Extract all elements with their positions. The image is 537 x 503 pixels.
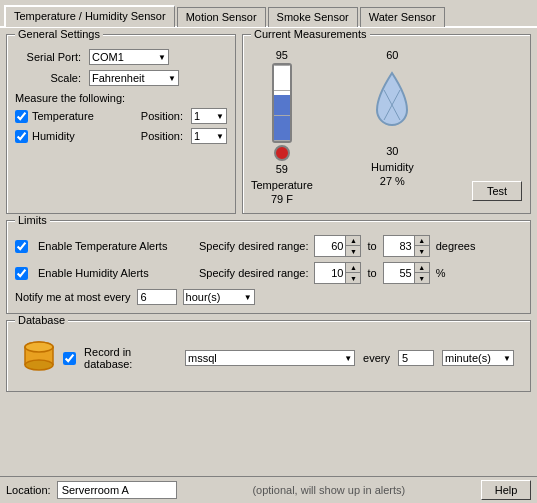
temp-position-select[interactable]: 1234 [191, 108, 227, 124]
temp-from-up-button[interactable]: ▲ [346, 236, 360, 246]
temp-alerts-row: Enable Temperature Alerts Specify desire… [15, 235, 522, 257]
serial-port-select[interactable]: COM1 COM2 COM3 COM4 [89, 49, 169, 65]
scale-label: Scale: [15, 72, 85, 84]
general-settings-group: General Settings Serial Port: COM1 COM2 … [6, 34, 236, 214]
temp-range-unit: degrees [436, 240, 476, 252]
db-type-select-wrapper: mssql mysql sqlite none [185, 350, 355, 366]
humid-to-spinbox-buttons: ▲ ▼ [414, 263, 429, 283]
scale-select[interactable]: Fahrenheit Celsius [89, 70, 179, 86]
temp-to-label: to [367, 240, 376, 252]
location-input[interactable] [57, 481, 177, 499]
temperature-label: Temperature [32, 110, 94, 122]
humid-to-spinbox: 55 ▲ ▼ [383, 262, 430, 284]
humid-from-input[interactable]: 10 [315, 263, 345, 283]
database-group: Database Record in database: [6, 320, 531, 392]
temp-from-input[interactable]: 60 [315, 236, 345, 256]
humid-to-down-button[interactable]: ▼ [415, 273, 429, 283]
humidity-column: 60 [370, 49, 414, 187]
humid-range-unit: % [436, 267, 446, 279]
db-interval-input[interactable] [398, 350, 434, 366]
temp-to-up-button[interactable]: ▲ [415, 236, 429, 246]
temp-from-spinbox: 60 ▲ ▼ [314, 235, 361, 257]
thermometer-fill [274, 95, 290, 141]
limits-group: Limits Enable Temperature Alerts Specify… [6, 220, 531, 314]
temp-value: 79 F [271, 193, 293, 205]
humid-max: 60 [386, 49, 398, 61]
temp-value-label: Temperature [251, 179, 313, 191]
notify-unit-select[interactable]: hour(s) minute(s) day(s) [183, 289, 255, 305]
temp-to-down-button[interactable]: ▼ [415, 246, 429, 256]
measure-section: Measure the following: Temperature Posit… [15, 92, 227, 144]
scale-row: Scale: Fahrenheit Celsius [15, 70, 227, 86]
humid-position-select[interactable]: 1234 [191, 128, 227, 144]
humidity-icon [370, 63, 414, 143]
temp-to-input[interactable]: 83 [384, 236, 414, 256]
humid-to-up-button[interactable]: ▲ [415, 263, 429, 273]
current-measurements-title: Current Measurements [251, 28, 370, 40]
serial-port-select-wrapper: COM1 COM2 COM3 COM4 [89, 49, 169, 65]
humidity-checkbox[interactable] [15, 130, 28, 143]
main-window: Temperature / Humidity Sensor Motion Sen… [0, 0, 537, 503]
temperature-position-label: Position: [141, 110, 183, 122]
humidity-svg [372, 68, 412, 138]
humid-alert-label: Enable Humidity Alerts [38, 267, 193, 279]
humid-from-up-button[interactable]: ▲ [346, 263, 360, 273]
measurements-inner: 95 [251, 49, 522, 205]
location-hint: (optional, will show up in alerts) [183, 484, 475, 496]
humid-alert-checkbox[interactable] [15, 267, 28, 280]
temp-alert-label: Enable Temperature Alerts [38, 240, 193, 252]
thermometer-bulb [274, 145, 290, 161]
notify-unit-select-wrapper: hour(s) minute(s) day(s) [183, 289, 255, 305]
tab-motion-sensor[interactable]: Motion Sensor [177, 7, 266, 27]
serial-port-row: Serial Port: COM1 COM2 COM3 COM4 [15, 49, 227, 65]
humidity-position-label: Position: [141, 130, 183, 142]
db-interval-unit-wrapper: minute(s) hour(s) [442, 350, 514, 366]
humid-from-spinbox-buttons: ▲ ▼ [345, 263, 360, 283]
test-button[interactable]: Test [472, 181, 522, 201]
tab-smoke-sensor[interactable]: Smoke Sensor [268, 7, 358, 27]
svg-point-11 [25, 342, 53, 352]
humid-value-label: Humidity [371, 161, 414, 173]
temp-position-select-wrapper: 1234 [191, 108, 227, 124]
humid-value: 27 % [380, 175, 405, 187]
temperature-checkbox[interactable] [15, 110, 28, 123]
help-button[interactable]: Help [481, 480, 531, 500]
db-record-label: Record in database: [84, 346, 177, 370]
humid-from-spinbox: 10 ▲ ▼ [314, 262, 361, 284]
database-content: Record in database: mssql mysql sqlite n… [15, 335, 522, 383]
svg-point-8 [25, 360, 53, 370]
temp-from-down-button[interactable]: ▼ [346, 246, 360, 256]
temp-alert-checkbox[interactable] [15, 240, 28, 253]
top-row: General Settings Serial Port: COM1 COM2 … [6, 34, 531, 214]
db-every-label: every [363, 352, 390, 364]
db-type-select[interactable]: mssql mysql sqlite none [185, 350, 355, 366]
humidity-checkbox-row: Humidity Position: 1234 [15, 128, 227, 144]
db-interval-unit-select[interactable]: minute(s) hour(s) [442, 350, 514, 366]
humid-position-select-wrapper: 1234 [191, 128, 227, 144]
tab-temp-humidity[interactable]: Temperature / Humidity Sensor [4, 5, 175, 27]
humid-min: 30 [386, 145, 398, 157]
temp-to-spinbox: 83 ▲ ▼ [383, 235, 430, 257]
current-measurements-group: Current Measurements 95 [242, 34, 531, 214]
notify-value-input[interactable] [137, 289, 177, 305]
general-settings-title: General Settings [15, 28, 103, 40]
thermo-max: 95 [276, 49, 288, 61]
humidity-label: Humidity [32, 130, 75, 142]
thermometer-bar [272, 63, 292, 161]
serial-port-label: Serial Port: [15, 51, 85, 63]
temp-range-label: Specify desired range: [199, 240, 308, 252]
status-bar: Location: (optional, will show up in ale… [0, 476, 537, 503]
notify-label: Notify me at most every [15, 291, 131, 303]
humid-to-input[interactable]: 55 [384, 263, 414, 283]
humid-from-down-button[interactable]: ▼ [346, 273, 360, 283]
tab-water-sensor[interactable]: Water Sensor [360, 7, 445, 27]
database-icon [23, 341, 55, 375]
measure-section-label: Measure the following: [15, 92, 227, 104]
temperature-checkbox-row: Temperature Position: 1234 [15, 108, 227, 124]
db-record-checkbox[interactable] [63, 352, 76, 365]
notify-row: Notify me at most every hour(s) minute(s… [15, 289, 522, 305]
thermo-min: 59 [276, 163, 288, 175]
location-label: Location: [6, 484, 51, 496]
temp-from-spinbox-buttons: ▲ ▼ [345, 236, 360, 256]
humid-range-label: Specify desired range: [199, 267, 308, 279]
